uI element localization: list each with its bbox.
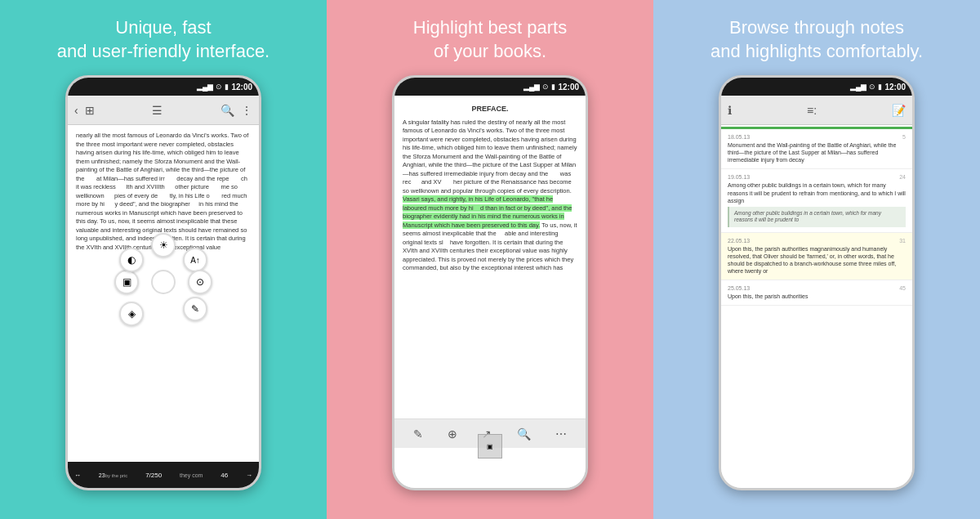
status-icons: ▂▄▆ ⊙ ▮ 12:00 xyxy=(197,83,252,92)
note-1-date: 18.05.13 xyxy=(728,134,750,140)
time-display: 12:00 xyxy=(231,83,252,92)
radial-menu[interactable]: ☀ A↑ ⊙ ✎ ◈ ▣ ◐ xyxy=(114,233,212,331)
signal-icon-2: ▂▄▆ xyxy=(523,83,540,91)
page-count: 23by the pric xyxy=(99,472,127,478)
wifi-icon-3: ⊙ xyxy=(869,83,875,91)
signal-icon: ▂▄▆ xyxy=(197,83,213,91)
info-icon[interactable]: ℹ xyxy=(728,104,732,117)
phone-1-screen: ‹ ⊞ ☰ 🔍 ⋮ nearly all the most famous of … xyxy=(68,96,259,488)
reader-bottom-bar: ↔ 23by the pric 7/250 they com 46 → xyxy=(68,462,259,488)
grid-icon[interactable]: ⊞ xyxy=(85,104,95,117)
note-3-text: Upon this, the parish authorities magnan… xyxy=(728,245,906,275)
content-p2: A singular fatality has ruled the destin… xyxy=(403,119,577,273)
panel-reader: Unique, fast and user-friendly interface… xyxy=(0,0,327,519)
note-4-number: 45 xyxy=(899,285,906,291)
current-page: 7/250 xyxy=(145,472,162,479)
note-2-quote: Among other public buildings in a certai… xyxy=(728,207,906,227)
phone-3-status-bar: ▂▄▆ ⊙ ▮ 12:00 xyxy=(721,78,912,96)
note-item-4: 25.05.13 45 Upon this, the parish author… xyxy=(721,280,912,306)
wifi-icon-2: ⊙ xyxy=(542,83,549,91)
status-icons-3: ▂▄▆ ⊙ ▮ 12:00 xyxy=(850,83,906,92)
phone-2: ▂▄▆ ⊙ ▮ 12:00 PREFACE. A singular fatali… xyxy=(392,75,588,490)
add-note[interactable]: ⊕ xyxy=(448,427,457,441)
phone-3: ▂▄▆ ⊙ ▮ 12:00 ℹ ≡: 📝 18.05.13 xyxy=(719,75,915,490)
note-1-number: 5 xyxy=(902,134,906,140)
list-icon[interactable]: ≡: xyxy=(807,104,817,117)
radial-night[interactable]: ◐ xyxy=(119,248,144,272)
panel-1-title: Unique, fast and user-friendly interface… xyxy=(57,16,270,63)
radial-center xyxy=(151,270,176,294)
back-icon[interactable]: ‹ xyxy=(74,104,78,117)
phone-2-status-bar: ▂▄▆ ⊙ ▮ 12:00 xyxy=(394,78,586,96)
note-1-text: Monument and the Wall-painting of the Ba… xyxy=(728,141,906,163)
note-1-header: 18.05.13 5 xyxy=(728,134,906,140)
note-4-header: 25.05.13 45 xyxy=(728,285,906,291)
phone-2-screen: PREFACE. A singular fatality has ruled t… xyxy=(394,96,586,488)
note-3-number: 31 xyxy=(899,238,906,244)
note-2-text: Among other public buildings in a certai… xyxy=(728,181,906,204)
radial-font-size[interactable]: A↑ xyxy=(183,248,207,272)
time-display-2: 12:00 xyxy=(558,83,579,92)
time-display-3: 12:00 xyxy=(884,83,906,92)
notes-toolbar: ℹ ≡: 📝 xyxy=(721,96,912,125)
pen-tool[interactable]: ✎ xyxy=(413,427,423,441)
phone-1: ▂▄▆ ⊙ ▮ 12:00 ‹ ⊞ ☰ 🔍 ⋮ nearly all the m… xyxy=(65,75,261,490)
search-icon[interactable]: 🔍 xyxy=(220,104,234,117)
selection-thumb: ▣ xyxy=(478,434,502,459)
battery-icon-2: ▮ xyxy=(551,83,555,91)
phone-3-screen: ℹ ≡: 📝 18.05.13 5 Monument and the Wall-… xyxy=(721,96,912,488)
notes-list: 18.05.13 5 Monument and the Wall-paintin… xyxy=(721,129,912,306)
note-3-date: 22.05.13 xyxy=(728,238,750,244)
note-4-date: 25.05.13 xyxy=(728,285,750,291)
battery-icon-3: ▮ xyxy=(878,83,882,91)
note-item-2: 19.05.13 24 Among other public buildings… xyxy=(721,169,912,232)
more-icon[interactable]: ⋮ xyxy=(241,104,252,117)
page-46: 46 xyxy=(220,472,228,479)
note-2-date: 19.05.13 xyxy=(728,174,750,180)
menu-icon[interactable]: ☰ xyxy=(152,104,163,117)
panel-2-title: Highlight best parts of your books. xyxy=(413,16,567,63)
note-item-1: 18.05.13 5 Monument and the Wall-paintin… xyxy=(721,129,912,169)
radial-settings[interactable]: ⊙ xyxy=(188,270,212,294)
reader-toolbar-1: ‹ ⊞ ☰ 🔍 ⋮ xyxy=(68,96,259,125)
panel-highlight: Highlight best parts of your books. ▂▄▆ … xyxy=(327,0,653,519)
note-3-header: 22.05.13 31 xyxy=(728,238,906,244)
note-4-text: Upon this, the parish authorities xyxy=(728,293,906,300)
more-tools[interactable]: ⋯ xyxy=(555,427,567,441)
phone-1-status-bar: ▂▄▆ ⊙ ▮ 12:00 xyxy=(68,78,259,96)
book-content-2: PREFACE. A singular fatality has ruled t… xyxy=(394,96,586,418)
battery-icon: ▮ xyxy=(225,83,229,91)
signal-icon-3: ▂▄▆ xyxy=(850,83,866,91)
search-tool[interactable]: 🔍 xyxy=(517,427,531,441)
radial-tablet[interactable]: ▣ xyxy=(114,270,139,294)
notes-icon[interactable]: 📝 xyxy=(892,104,906,117)
highlighted-text: Vasari says, and rightly, in his Life of… xyxy=(403,195,572,229)
wifi-icon: ⊙ xyxy=(216,83,222,91)
page-count-right: they com xyxy=(180,472,203,478)
radial-bookmark[interactable]: ◈ xyxy=(119,302,144,326)
radial-pen[interactable]: ✎ xyxy=(183,297,207,321)
radial-brightness[interactable]: ☀ xyxy=(151,233,176,257)
panel-3-title: Browse through notes and highlights comf… xyxy=(710,16,923,63)
note-2-header: 19.05.13 24 xyxy=(728,174,906,180)
nav-left-icon[interactable]: ↔ xyxy=(74,472,81,479)
preface-title: PREFACE. xyxy=(403,101,577,114)
status-icons-2: ▂▄▆ ⊙ ▮ 12:00 xyxy=(523,83,579,92)
nav-right-icon[interactable]: → xyxy=(246,472,252,479)
panel-notes: Browse through notes and highlights comf… xyxy=(653,0,980,519)
note-item-3: 22.05.13 31 Upon this, the parish author… xyxy=(721,233,912,280)
note-2-number: 24 xyxy=(899,174,906,180)
